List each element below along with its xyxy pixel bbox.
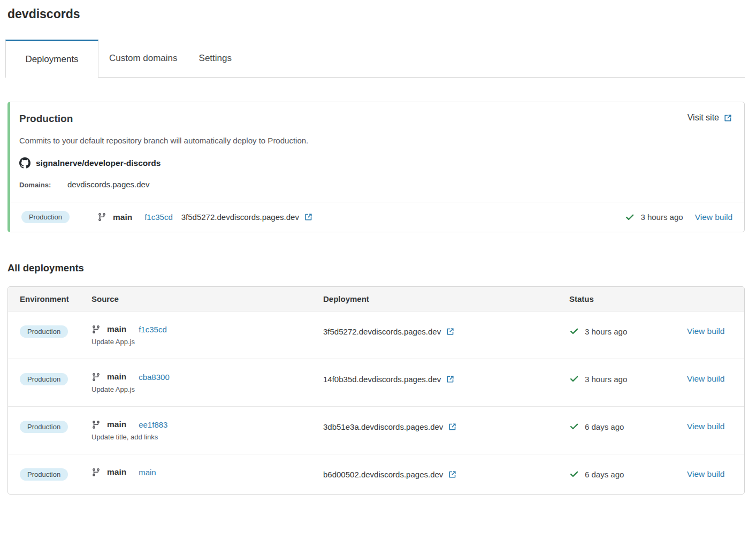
- commit-link[interactable]: f1c35cd: [144, 212, 173, 222]
- commit-link[interactable]: main: [139, 468, 156, 477]
- status-time: 6 days ago: [585, 422, 624, 431]
- environment-cell: Production: [20, 420, 91, 434]
- table-header-row: Environment Source Deployment Status: [8, 287, 744, 311]
- col-header-deployment: Deployment: [323, 294, 569, 303]
- deployment-row: Production main f1c35cd Update App.js 3f…: [8, 311, 744, 359]
- production-card-title: Production: [19, 113, 73, 125]
- source-cell: main f1c35cd Update App.js: [91, 324, 323, 346]
- col-header-status: Status: [569, 294, 687, 303]
- tab-deployments[interactable]: Deployments: [5, 40, 98, 78]
- external-link-icon[interactable]: [448, 470, 457, 479]
- deployment-url: b6d00502.devdiscords.pages.dev: [323, 470, 443, 479]
- deployment-row: Production main ee1f883 Update title, ad…: [8, 406, 744, 454]
- status-cell: 6 days ago: [569, 467, 687, 481]
- deployment-url: 3db51e3a.devdiscords.pages.dev: [323, 422, 443, 431]
- repo-name: signalnerve/developer-discords: [36, 158, 161, 168]
- status-time: 3 hours ago: [585, 327, 627, 336]
- environment-badge: Production: [20, 373, 68, 385]
- git-branch-icon: [91, 420, 101, 429]
- git-branch-icon: [91, 468, 101, 477]
- visit-site-label: Visit site: [688, 113, 719, 123]
- success-check-icon: [569, 469, 579, 479]
- source-cell: main main: [91, 467, 323, 481]
- status-time: 3 hours ago: [585, 375, 627, 384]
- commit-message: Update App.js: [91, 338, 323, 346]
- environment-badge: Production: [21, 211, 70, 223]
- github-icon: [19, 157, 30, 169]
- tab-bar: Deployments Custom domains Settings: [7, 40, 745, 78]
- source-cell: main cba8300 Update App.js: [91, 372, 323, 393]
- git-branch-icon: [91, 325, 101, 334]
- branch-name: main: [107, 324, 126, 334]
- view-build-link[interactable]: View build: [695, 212, 732, 222]
- visit-site-link[interactable]: Visit site: [688, 113, 732, 123]
- table-body: Production main f1c35cd Update App.js 3f…: [8, 311, 744, 494]
- all-deployments-heading: All deployments: [7, 262, 745, 274]
- commit-message: Update App.js: [91, 385, 323, 393]
- production-description: Commits to your default repository branc…: [19, 136, 732, 145]
- tab-settings[interactable]: Settings: [188, 40, 242, 77]
- production-deployment-row: Production main f1c35cd 3f5d5272.devdisc…: [10, 202, 744, 232]
- environment-cell: Production: [20, 467, 91, 481]
- deployment-url: 3f5d5272.devdiscords.pages.dev: [323, 327, 441, 336]
- commit-link[interactable]: ee1f883: [139, 420, 167, 429]
- all-deployments-table: Environment Source Deployment Status Pro…: [7, 286, 745, 495]
- deployment-cell: 3db51e3a.devdiscords.pages.dev: [323, 420, 569, 434]
- deployment-row: Production main main b6d00502.devdiscord…: [8, 454, 744, 494]
- branch-name: main: [107, 467, 126, 477]
- view-build-link[interactable]: View build: [687, 326, 724, 336]
- source-cell: main ee1f883 Update title, add links: [91, 420, 323, 441]
- col-header-environment: Environment: [20, 294, 91, 303]
- view-build-cell: View build: [687, 324, 732, 338]
- deployment-cell: 3f5d5272.devdiscords.pages.dev: [323, 324, 569, 338]
- branch-name: main: [113, 212, 132, 222]
- status-time: 3 hours ago: [640, 212, 683, 222]
- tab-custom-domains[interactable]: Custom domains: [98, 40, 188, 77]
- success-check-icon: [569, 326, 579, 336]
- success-check-icon: [569, 374, 579, 384]
- environment-cell: Production: [20, 324, 91, 338]
- status-time: 6 days ago: [585, 470, 624, 479]
- git-branch-icon: [97, 212, 106, 222]
- domains-value: devdiscords.pages.dev: [67, 180, 149, 189]
- status-cell: 3 hours ago: [569, 324, 687, 338]
- deployment-cell: 14f0b35d.devdiscords.pages.dev: [323, 372, 569, 386]
- deployment-url: 14f0b35d.devdiscords.pages.dev: [323, 375, 441, 384]
- deployment-url: 3f5d5272.devdiscords.pages.dev: [181, 212, 299, 222]
- commit-link[interactable]: cba8300: [139, 372, 170, 382]
- view-build-cell: View build: [687, 420, 732, 434]
- view-build-cell: View build: [687, 467, 732, 481]
- commit-link[interactable]: f1c35cd: [139, 325, 167, 334]
- external-link-icon[interactable]: [446, 375, 455, 384]
- environment-badge: Production: [20, 468, 68, 481]
- deployment-row: Production main cba8300 Update App.js 14…: [8, 359, 744, 406]
- status-cell: 6 days ago: [569, 420, 687, 434]
- external-link-icon[interactable]: [304, 212, 313, 222]
- branch-name: main: [107, 372, 126, 382]
- external-link-icon[interactable]: [446, 327, 455, 336]
- col-header-source: Source: [91, 294, 323, 303]
- external-link-icon[interactable]: [448, 422, 457, 431]
- view-build-link[interactable]: View build: [687, 422, 724, 431]
- success-check-icon: [625, 212, 635, 222]
- status-cell: 3 hours ago: [569, 372, 687, 386]
- page-title: devdiscords: [7, 0, 745, 21]
- view-build-link[interactable]: View build: [687, 469, 724, 479]
- pages-project-page: devdiscords Deployments Custom domains S…: [0, 0, 756, 495]
- success-check-icon: [569, 422, 579, 431]
- domains-label: Domains:: [19, 181, 67, 189]
- view-build-link[interactable]: View build: [687, 374, 724, 384]
- environment-cell: Production: [20, 372, 91, 386]
- environment-badge: Production: [20, 421, 68, 433]
- git-branch-icon: [91, 372, 101, 382]
- production-card: Production Visit site Commits to your de…: [7, 102, 745, 232]
- branch-name: main: [107, 420, 126, 429]
- deployment-cell: b6d00502.devdiscords.pages.dev: [323, 467, 569, 481]
- view-build-cell: View build: [687, 372, 732, 386]
- external-link-icon: [723, 113, 732, 123]
- commit-message: Update title, add links: [91, 433, 323, 441]
- environment-badge: Production: [20, 325, 68, 338]
